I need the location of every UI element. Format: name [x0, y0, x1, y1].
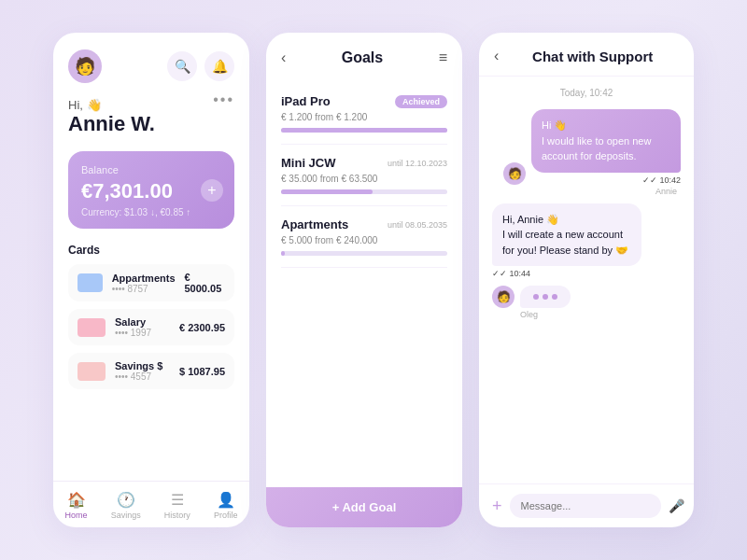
- typing-group: 🧑 Oleg: [492, 286, 681, 319]
- chat-input-bar: + 🎤: [479, 483, 694, 527]
- goal-name: Apartments: [281, 217, 348, 231]
- message-meta: ✓✓ 10:42: [642, 175, 681, 185]
- filter-button[interactable]: ≡: [439, 49, 447, 66]
- message-input[interactable]: [510, 494, 661, 518]
- card-amount: € 2300.95: [179, 322, 225, 333]
- goal-progress-fill: [281, 128, 447, 133]
- goal-item-header: Mini JCW until 12.10.2023: [281, 156, 447, 170]
- cards-label: Cards: [68, 244, 234, 257]
- chat-title: Chat with Support: [506, 49, 679, 64]
- goal-progress-bar: [281, 128, 447, 133]
- typing-dot: [543, 294, 548, 300]
- card-number: •••• 1997: [115, 328, 170, 338]
- typing-dot: [552, 294, 557, 300]
- goal-list: iPad Pro Achieved € 1.200 from € 1.200 M…: [281, 83, 447, 472]
- greeting-hi: Hi, 👋: [68, 98, 234, 112]
- greeting-section: Hi, 👋 Annie W. •••: [68, 98, 234, 136]
- list-item[interactable]: Salary •••• 1997 € 2300.95: [68, 309, 234, 345]
- add-goal-button[interactable]: + Add Goal: [266, 487, 462, 527]
- nav-home[interactable]: 🏠 Home: [65, 491, 88, 520]
- card-name: Salary: [115, 316, 170, 328]
- sender-label: Oleg: [520, 310, 538, 319]
- goal-until: until 08.05.2035: [388, 220, 447, 230]
- goal-amounts: € 5.000 from € 240.000: [281, 235, 447, 245]
- chat-header: ‹ Chat with Support: [479, 33, 694, 77]
- typing-dot: [533, 294, 539, 300]
- history-icon: ☰: [171, 491, 184, 509]
- balance-label: Balance: [81, 164, 221, 175]
- goal-amounts: € 1.200 from € 1.200: [281, 112, 447, 122]
- list-item[interactable]: Appartments •••• 8757 € 5000.05: [68, 264, 234, 301]
- profile-icon: 👤: [217, 491, 235, 509]
- list-item[interactable]: Mini JCW until 12.10.2023 € 35.000 from …: [281, 145, 447, 206]
- card-name: Appartments: [112, 273, 176, 284]
- message-row: Hi 👋I would like to open new account for…: [503, 109, 681, 185]
- goal-item-header: iPad Pro Achieved: [281, 94, 447, 108]
- sent-message-group: Hi 👋I would like to open new account for…: [492, 109, 681, 196]
- card-info: Salary •••• 1997: [115, 316, 170, 338]
- back-button[interactable]: ‹: [281, 49, 286, 66]
- microphone-button[interactable]: 🎤: [669, 498, 684, 513]
- message-col: Hi, Annie 👋I will create a new account f…: [492, 203, 641, 279]
- card-info: Savings $ •••• 4557: [115, 360, 170, 382]
- card-number: •••• 4557: [115, 371, 170, 382]
- search-button[interactable]: 🔍: [167, 51, 197, 81]
- back-button[interactable]: ‹: [494, 48, 499, 64]
- list-item[interactable]: Savings $ •••• 4557 $ 1087.95: [68, 353, 234, 389]
- nav-profile[interactable]: 👤 Profile: [214, 491, 238, 520]
- goal-item-header: Apartments until 08.05.2035: [281, 217, 447, 231]
- add-balance-button[interactable]: +: [201, 179, 223, 202]
- list-item[interactable]: iPad Pro Achieved € 1.200 from € 1.200: [281, 83, 447, 145]
- card-amount: € 5000.05: [185, 272, 226, 294]
- goal-progress-bar: [281, 251, 447, 256]
- savings-icon: 🕐: [117, 491, 135, 509]
- typing-bubble: [520, 286, 571, 308]
- goal-progress-fill: [281, 251, 285, 256]
- goal-progress-bar: [281, 189, 447, 194]
- balance-card: Balance €7,301.00 Currency: $1.03 ↓, €0.…: [68, 151, 234, 229]
- nav-savings-label: Savings: [111, 511, 141, 520]
- goal-progress-fill: [281, 189, 373, 194]
- goal-name: Mini JCW: [281, 156, 336, 170]
- message-meta: ✓✓ 10:44: [492, 269, 530, 278]
- card-number: •••• 8757: [112, 284, 176, 294]
- chat-bubble-received: Hi, Annie 👋I will create a new account f…: [492, 203, 641, 267]
- bottom-nav: 🏠 Home 🕐 Savings ☰ History 👤 Profile: [53, 481, 249, 527]
- chat-body: Today, 10:42 Hi 👋I would like to open ne…: [479, 77, 694, 483]
- nav-home-label: Home: [65, 511, 88, 520]
- list-item[interactable]: Apartments until 08.05.2035 € 5.000 from…: [281, 206, 447, 268]
- goals-panel: ‹ Goals ≡ iPad Pro Achieved € 1.200 from…: [266, 33, 462, 527]
- more-options-button[interactable]: •••: [213, 91, 234, 108]
- home-topbar: 🧑 🔍 🔔: [68, 49, 234, 83]
- nav-profile-label: Profile: [214, 511, 238, 520]
- nav-savings[interactable]: 🕐 Savings: [111, 491, 141, 520]
- notification-button[interactable]: 🔔: [204, 51, 234, 81]
- message-col: Hi 👋I would like to open new account for…: [531, 109, 681, 185]
- sender-label: Annie: [655, 187, 677, 196]
- avatar: 🧑: [68, 49, 102, 83]
- message-row: Hi, Annie 👋I will create a new account f…: [492, 203, 641, 279]
- goal-name: iPad Pro: [281, 94, 331, 108]
- goals-header: ‹ Goals ≡: [281, 49, 447, 66]
- goal-amounts: € 35.000 from € 63.500: [281, 174, 447, 184]
- goals-title: Goals: [342, 49, 383, 66]
- chat-date: Today, 10:42: [492, 88, 681, 98]
- card-name: Savings $: [115, 360, 170, 371]
- card-icon: [78, 362, 106, 381]
- card-list: Appartments •••• 8757 € 5000.05 Salary •…: [68, 264, 234, 471]
- chat-bubble-sent: Hi 👋I would like to open new account for…: [531, 109, 681, 173]
- user-name: Annie W.: [68, 112, 155, 135]
- chat-panel: ‹ Chat with Support Today, 10:42 Hi 👋I w…: [479, 33, 694, 527]
- card-info: Appartments •••• 8757: [112, 273, 176, 294]
- card-icon: [78, 273, 103, 292]
- home-panel: 🧑 🔍 🔔 Hi, 👋 Annie W. ••• Balance €7,301.…: [53, 33, 249, 527]
- goal-until: until 12.10.2023: [388, 159, 447, 168]
- currency-info: Currency: $1.03 ↓, €0.85 ↑: [81, 207, 221, 217]
- home-icon-group: 🔍 🔔: [167, 51, 234, 81]
- card-icon: [78, 318, 106, 337]
- avatar: 🧑: [503, 162, 526, 185]
- home-icon: 🏠: [67, 491, 86, 509]
- received-message-group: Hi, Annie 👋I will create a new account f…: [492, 203, 681, 279]
- add-attachment-button[interactable]: +: [492, 497, 502, 516]
- nav-history[interactable]: ☰ History: [164, 491, 190, 520]
